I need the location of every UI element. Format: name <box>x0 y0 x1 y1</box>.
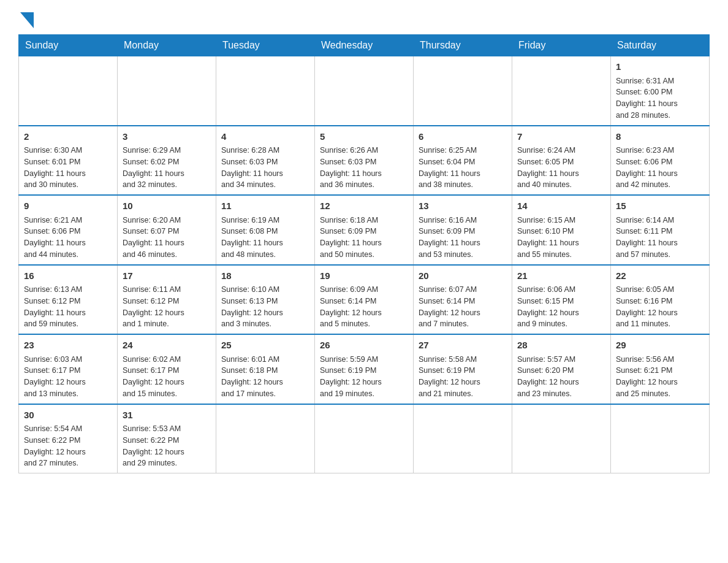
day-info: Daylight: 11 hours <box>221 237 309 249</box>
day-info: Sunrise: 6:18 AM <box>320 215 408 226</box>
day-info: Sunset: 6:06 PM <box>616 156 704 168</box>
day-info: Sunset: 6:09 PM <box>320 226 408 237</box>
day-info: Daylight: 11 hours <box>320 168 408 180</box>
calendar-week-row: 16Sunrise: 6:13 AMSunset: 6:12 PMDayligh… <box>19 265 710 335</box>
day-info: Sunrise: 6:14 AM <box>616 215 704 226</box>
day-info: Sunset: 6:02 PM <box>123 156 211 168</box>
day-info: Sunset: 6:05 PM <box>517 156 605 168</box>
calendar-day-cell: 23Sunrise: 6:03 AMSunset: 6:17 PMDayligh… <box>19 334 118 404</box>
day-info: Sunrise: 5:59 AM <box>320 354 408 366</box>
day-info: Sunset: 6:15 PM <box>517 296 605 307</box>
day-info: and 46 minutes. <box>123 249 211 261</box>
day-info: Daylight: 12 hours <box>616 307 704 319</box>
day-number: 2 <box>24 130 112 144</box>
day-number: 10 <box>123 199 211 213</box>
day-info: Sunrise: 6:29 AM <box>123 145 211 156</box>
calendar-day-cell <box>414 56 512 126</box>
day-info: and 15 minutes. <box>123 388 211 400</box>
calendar-day-cell: 2Sunrise: 6:30 AMSunset: 6:01 PMDaylight… <box>19 126 118 196</box>
day-info: Sunrise: 6:16 AM <box>419 215 507 226</box>
calendar-day-cell <box>414 404 512 473</box>
day-info: Sunset: 6:17 PM <box>123 365 211 377</box>
day-number: 26 <box>320 339 408 353</box>
day-info: and 28 minutes. <box>616 110 704 121</box>
day-info: and 5 minutes. <box>320 318 408 330</box>
day-info: Sunrise: 6:24 AM <box>517 145 605 156</box>
day-info: and 3 minutes. <box>221 318 309 330</box>
calendar-day-cell <box>216 56 315 126</box>
day-info: and 25 minutes. <box>616 388 704 400</box>
day-info: Sunrise: 6:31 AM <box>616 75 704 87</box>
day-info: Daylight: 11 hours <box>616 98 704 110</box>
calendar-day-cell: 29Sunrise: 5:56 AMSunset: 6:21 PMDayligh… <box>611 334 710 404</box>
day-info: Sunrise: 6:01 AM <box>221 354 309 366</box>
day-number: 5 <box>320 130 408 144</box>
day-number: 23 <box>24 339 112 353</box>
calendar-day-cell: 6Sunrise: 6:25 AMSunset: 6:04 PMDaylight… <box>414 126 512 196</box>
day-info: and 29 minutes. <box>123 458 211 469</box>
day-info: Sunrise: 5:57 AM <box>517 354 605 366</box>
day-info: and 53 minutes. <box>419 249 507 261</box>
logo <box>18 12 34 28</box>
day-info: and 32 minutes. <box>123 179 211 191</box>
day-number: 19 <box>320 269 408 283</box>
day-info: Sunrise: 6:09 AM <box>320 284 408 296</box>
day-info: and 1 minute. <box>123 318 211 330</box>
calendar-day-cell: 30Sunrise: 5:54 AMSunset: 6:22 PMDayligh… <box>19 404 118 473</box>
day-info: and 19 minutes. <box>320 388 408 400</box>
day-info: Sunset: 6:03 PM <box>320 156 408 168</box>
day-info: and 42 minutes. <box>616 179 704 191</box>
day-info: Sunset: 6:07 PM <box>123 226 211 237</box>
day-number: 25 <box>221 339 309 353</box>
day-info: and 21 minutes. <box>419 388 507 400</box>
day-info: Sunrise: 6:03 AM <box>24 354 112 366</box>
calendar-week-row: 2Sunrise: 6:30 AMSunset: 6:01 PMDaylight… <box>19 126 710 196</box>
calendar-day-header: Sunday <box>19 35 118 56</box>
day-info: and 48 minutes. <box>221 249 309 261</box>
calendar-table: SundayMondayTuesdayWednesdayThursdayFrid… <box>18 34 710 473</box>
day-info: Sunrise: 6:07 AM <box>419 284 507 296</box>
day-info: Sunrise: 6:13 AM <box>24 284 112 296</box>
day-info: Sunset: 6:00 PM <box>616 86 704 98</box>
day-info: Daylight: 11 hours <box>517 237 605 249</box>
day-info: Daylight: 12 hours <box>517 377 605 388</box>
day-info: and 44 minutes. <box>24 249 112 261</box>
day-info: and 27 minutes. <box>24 458 112 469</box>
calendar-day-cell <box>315 56 414 126</box>
day-info: Sunrise: 6:26 AM <box>320 145 408 156</box>
day-number: 7 <box>517 130 605 144</box>
day-info: Daylight: 11 hours <box>24 307 112 319</box>
calendar-day-cell: 13Sunrise: 6:16 AMSunset: 6:09 PMDayligh… <box>414 195 512 265</box>
day-info: Sunrise: 6:11 AM <box>123 284 211 296</box>
day-info: Daylight: 12 hours <box>123 377 211 388</box>
calendar-day-cell: 3Sunrise: 6:29 AMSunset: 6:02 PMDaylight… <box>118 126 216 196</box>
day-info: and 17 minutes. <box>221 388 309 400</box>
calendar-week-row: 23Sunrise: 6:03 AMSunset: 6:17 PMDayligh… <box>19 334 710 404</box>
calendar-day-header: Friday <box>512 35 611 56</box>
day-info: Sunrise: 6:06 AM <box>517 284 605 296</box>
day-info: Sunrise: 6:19 AM <box>221 215 309 226</box>
calendar-day-cell: 18Sunrise: 6:10 AMSunset: 6:13 PMDayligh… <box>216 265 315 335</box>
calendar-day-cell <box>216 404 315 473</box>
day-info: and 34 minutes. <box>221 179 309 191</box>
calendar-day-cell: 12Sunrise: 6:18 AMSunset: 6:09 PMDayligh… <box>315 195 414 265</box>
day-info: Sunrise: 6:02 AM <box>123 354 211 366</box>
day-info: Daylight: 12 hours <box>517 307 605 319</box>
day-info: Daylight: 11 hours <box>123 168 211 180</box>
day-info: Daylight: 11 hours <box>123 237 211 249</box>
day-number: 4 <box>221 130 309 144</box>
day-info: Daylight: 11 hours <box>419 237 507 249</box>
calendar-day-cell: 24Sunrise: 6:02 AMSunset: 6:17 PMDayligh… <box>118 334 216 404</box>
calendar-day-cell: 27Sunrise: 5:58 AMSunset: 6:19 PMDayligh… <box>414 334 512 404</box>
day-info: Sunrise: 5:56 AM <box>616 354 704 366</box>
day-info: Daylight: 11 hours <box>24 237 112 249</box>
day-info: Daylight: 11 hours <box>616 168 704 180</box>
page-header <box>18 12 710 28</box>
day-number: 9 <box>24 199 112 213</box>
day-info: Daylight: 12 hours <box>419 377 507 388</box>
calendar-day-cell: 5Sunrise: 6:26 AMSunset: 6:03 PMDaylight… <box>315 126 414 196</box>
day-info: Daylight: 11 hours <box>221 168 309 180</box>
day-number: 29 <box>616 339 704 353</box>
calendar-day-cell: 21Sunrise: 6:06 AMSunset: 6:15 PMDayligh… <box>512 265 611 335</box>
day-info: and 59 minutes. <box>24 318 112 330</box>
